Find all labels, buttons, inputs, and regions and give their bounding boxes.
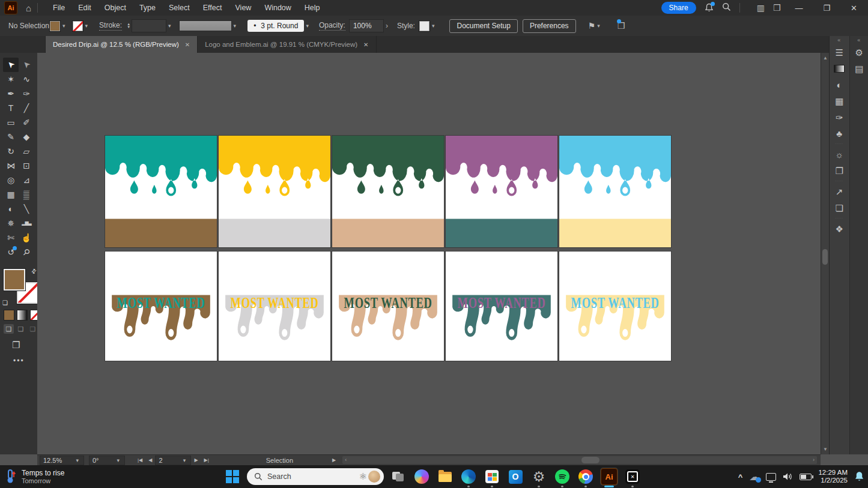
fill-color-swatch[interactable]: [49, 20, 61, 32]
workspace-switcher-icon[interactable]: ▥: [757, 3, 765, 13]
width-profile-chevron[interactable]: ▾: [234, 23, 237, 29]
panel-color-guide-icon[interactable]: ☼: [830, 146, 849, 163]
scroll-left-icon[interactable]: ‹: [345, 456, 347, 464]
curvature-tool[interactable]: ✑: [19, 86, 34, 101]
selection-tool[interactable]: ➤: [3, 58, 19, 72]
scroll-down-icon[interactable]: ▼: [823, 447, 828, 452]
change-screen-mode-icon[interactable]: ❐: [12, 340, 20, 351]
perspective-grid-tool[interactable]: ⊿: [19, 173, 34, 187]
file-explorer-button[interactable]: [436, 468, 454, 486]
menu-help[interactable]: Help: [298, 0, 327, 16]
line-segment-tool[interactable]: ╱: [19, 101, 34, 115]
home-icon[interactable]: ⌂: [26, 3, 31, 13]
column-graph-tool[interactable]: ▂▆▃: [19, 216, 34, 230]
display-network-icon[interactable]: [766, 473, 776, 481]
artboard-mostwanted-brown[interactable]: MOST WANTED: [105, 252, 217, 361]
rotation-dropdown[interactable]: 0°▾: [89, 456, 125, 465]
menu-edit[interactable]: Edit: [71, 0, 98, 16]
stroke-weight-field[interactable]: [132, 19, 166, 32]
shaper-tool[interactable]: ✎: [3, 130, 19, 144]
window-close-button[interactable]: ✕: [845, 4, 863, 13]
taskbar-search-box[interactable]: Search ⚛: [247, 468, 384, 485]
zoom-level-dropdown[interactable]: 12.5%▾: [40, 456, 84, 465]
vertical-scroll-thumb[interactable]: [822, 249, 828, 265]
stroke-color-swatch[interactable]: [72, 20, 83, 32]
width-profile-dropdown[interactable]: [179, 20, 232, 31]
gradient-mode-button[interactable]: [17, 310, 28, 321]
opacity-more-arrow[interactable]: ›: [386, 22, 388, 30]
symbol-sprayer-tool[interactable]: ✵: [3, 216, 19, 230]
first-artboard-icon[interactable]: |◀: [135, 457, 145, 463]
style-swatch[interactable]: [419, 20, 430, 32]
artboard-mostwanted-paleyellow[interactable]: MOST WANTED: [559, 252, 671, 361]
rectangle-tool[interactable]: ▭: [3, 115, 19, 130]
edge-button[interactable]: [460, 468, 478, 486]
microsoft-store-button[interactable]: [483, 468, 501, 486]
stroke-weight-chevron[interactable]: ▾: [168, 23, 171, 29]
fill-dropdown-chevron[interactable]: ▾: [62, 23, 65, 29]
panel-swatches-icon[interactable]: ▦: [830, 93, 849, 109]
artboard-drip-yellow[interactable]: [219, 136, 330, 247]
opacity-label[interactable]: Opacity:: [319, 21, 345, 31]
lasso-tool[interactable]: ∿: [19, 72, 34, 86]
search-icon[interactable]: [722, 2, 731, 13]
capcut-button[interactable]: ✕: [624, 468, 642, 486]
notifications-bell-icon[interactable]: [705, 3, 714, 13]
menu-view[interactable]: View: [229, 0, 258, 16]
arrange-documents-icon[interactable]: ❒: [773, 3, 781, 13]
rotate-tool[interactable]: ↻: [3, 144, 19, 158]
eyedropper-tool[interactable]: ╲: [19, 202, 34, 216]
document-setup-button[interactable]: Document Setup: [449, 19, 517, 33]
notification-bell-icon[interactable]: [854, 471, 864, 482]
panel-transparency-icon[interactable]: ◐: [830, 77, 849, 93]
hand-tool[interactable]: ☝: [19, 230, 34, 245]
artboard-mostwanted-teal[interactable]: MOST WANTED: [446, 252, 557, 361]
scroll-up-icon[interactable]: ▲: [823, 55, 828, 61]
artboard-mostwanted-gray[interactable]: MOST WANTED: [219, 252, 330, 361]
draw-inside-button[interactable]: ❏: [28, 324, 38, 334]
last-artboard-icon[interactable]: ▶|: [201, 457, 212, 463]
artboard-drip-purple[interactable]: [446, 136, 557, 247]
panel-layers-icon[interactable]: ❖: [830, 221, 849, 237]
panel-artboards-icon[interactable]: ❏: [830, 200, 849, 216]
panel-menu-icon[interactable]: ☰: [830, 44, 849, 61]
isolate-selection-icon[interactable]: ⚑: [588, 21, 596, 31]
menu-window[interactable]: Window: [258, 0, 297, 16]
volume-icon[interactable]: [783, 472, 793, 481]
pen-tool[interactable]: ✒: [3, 86, 19, 101]
paintbrush-tool[interactable]: ✐: [19, 115, 34, 130]
default-fill-stroke-icon[interactable]: ❏: [2, 300, 8, 306]
shape-builder-tool[interactable]: ◎: [3, 173, 19, 187]
tab-desired-drip[interactable]: Desired Drip.ai @ 12.5 % (RGB/Preview) ✕: [46, 36, 198, 53]
edit-toolbar-icon[interactable]: •••: [13, 357, 25, 365]
chrome-button[interactable]: [577, 468, 595, 486]
free-transform-tool[interactable]: ⊡: [19, 158, 34, 173]
panel-export-icon[interactable]: ↗: [830, 184, 849, 200]
panel-pathfinder-icon[interactable]: ❐: [830, 163, 849, 179]
type-tool[interactable]: T: [3, 101, 19, 115]
menu-type[interactable]: Type: [133, 0, 162, 16]
next-artboard-icon[interactable]: ▶: [191, 457, 201, 463]
illustrator-button[interactable]: Ai: [600, 468, 618, 486]
window-minimize-button[interactable]: —: [789, 4, 809, 13]
panel-gradient-icon[interactable]: [830, 61, 849, 77]
swap-fill-stroke-icon[interactable]: ⇄: [29, 267, 38, 276]
panel-libraries-icon[interactable]: ▤: [850, 61, 868, 77]
fill-proxy-swatch[interactable]: [4, 269, 25, 291]
menu-effect[interactable]: Effect: [196, 0, 229, 16]
collapse-panels-icon[interactable]: «: [850, 36, 868, 44]
start-button[interactable]: [223, 468, 241, 486]
style-chevron[interactable]: ▾: [432, 23, 435, 29]
zoom-tool[interactable]: ⚲: [19, 245, 34, 259]
settings-button[interactable]: ⚙: [530, 468, 548, 486]
horizontal-scrollbar[interactable]: ‹ ›: [342, 456, 817, 464]
menu-select[interactable]: Select: [162, 0, 196, 16]
artboard-drip-skyblue[interactable]: [559, 136, 671, 247]
draw-normal-button[interactable]: ❏: [4, 324, 14, 334]
tab-close-icon[interactable]: ✕: [185, 41, 190, 48]
artboard-mostwanted-tan[interactable]: MOST WANTED: [332, 252, 444, 361]
isolate-chevron[interactable]: ▾: [597, 23, 600, 29]
outlook-button[interactable]: O: [506, 468, 524, 486]
slice-tool[interactable]: ✄: [3, 230, 19, 245]
menu-object[interactable]: Object: [98, 0, 133, 16]
